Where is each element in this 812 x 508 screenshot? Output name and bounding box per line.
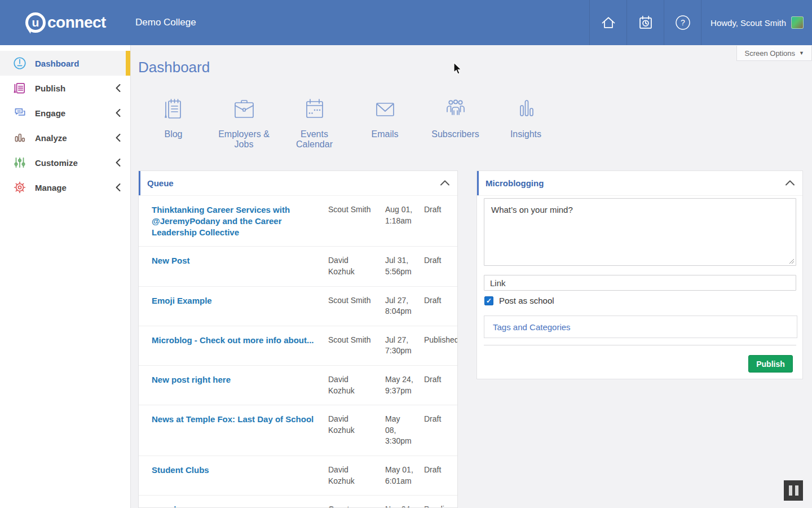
logo-letter: u [32, 16, 39, 28]
uconnect-logo[interactable]: u connect [25, 0, 106, 45]
queue-table: Thinktanking Career Services with @Jerem… [139, 196, 457, 508]
top-header: u connect Demo College [0, 0, 812, 45]
sidebar-item-analyze[interactable]: Analyze [0, 125, 130, 150]
post-author: David Kozhuk [328, 255, 378, 277]
table-row: sample Guest - sample Nov 04, 4:32pm Pen… [139, 496, 457, 508]
link-input[interactable] [484, 275, 796, 291]
collapse-chevron-up-icon[interactable] [440, 179, 450, 186]
post-title-link[interactable]: Emoji Example [152, 295, 321, 306]
logo-text: connect [47, 14, 106, 32]
gear-icon [12, 180, 27, 195]
briefcase-icon [231, 93, 257, 122]
user-menu[interactable]: Howdy, Scout Smith [701, 0, 812, 45]
tags-and-categories-section[interactable]: Tags and Categories [484, 316, 797, 338]
post-title-link[interactable]: Student Clubs [152, 465, 321, 476]
table-row: Emoji Example Scout Smith Jul 27, 8:04pm… [139, 287, 457, 326]
sidebar-item-customize[interactable]: Customize [0, 150, 130, 175]
sidebar-item-label: Dashboard [35, 59, 79, 68]
shortcut-employers-jobs[interactable]: Employers & Jobs [209, 93, 279, 150]
shortcut-blog[interactable]: Blog [138, 93, 209, 150]
post-status: Draft [424, 255, 453, 266]
help-icon: ? [674, 14, 692, 32]
chevron-left-icon [115, 108, 121, 117]
post-date: Jul 27, 7:30pm [385, 335, 417, 357]
collapse-chevron-up-icon[interactable] [785, 179, 795, 186]
sidebar-item-publish[interactable]: Publish [0, 76, 130, 100]
sidebar-item-label: Manage [35, 183, 67, 192]
sidebar-item-label: Customize [35, 158, 78, 168]
shortcut-insights[interactable]: Insights [491, 93, 561, 150]
post-as-school-checkbox[interactable] [484, 296, 493, 305]
shortcut-label: Insights [510, 129, 541, 139]
svg-text:?: ? [681, 18, 685, 27]
post-title-link[interactable]: sample [152, 504, 321, 508]
panel-accent-bar [477, 171, 479, 195]
microblogging-title: Microblogging [486, 178, 544, 188]
avatar [791, 16, 804, 29]
sidebar-item-label: Publish [35, 84, 65, 93]
active-indicator [126, 51, 130, 76]
post-title-link[interactable]: Thinktanking Career Services with @Jerem… [152, 204, 321, 238]
sliders-icon [12, 155, 27, 170]
sidebar-item-label: Analyze [35, 133, 67, 143]
shortcut-label: Events Calendar [296, 129, 333, 150]
home-icon [601, 15, 616, 30]
shortcut-label: Subscribers [431, 129, 479, 139]
shortcut-subscribers[interactable]: Subscribers [420, 93, 491, 150]
chevron-left-icon [115, 133, 121, 142]
post-title-link[interactable]: New Post [152, 255, 321, 266]
help-button[interactable]: ? [664, 0, 701, 45]
table-row: Microblog - Check out more info about...… [139, 326, 457, 366]
pause-icon [789, 485, 792, 496]
header-nav: ? Howdy, Scout Smith [589, 0, 812, 45]
post-as-school-label: Post as school [499, 296, 554, 305]
shortcut-label: Emails [371, 129, 398, 139]
post-author: Scout Smith [328, 335, 378, 346]
notepad-icon [12, 81, 27, 95]
tags-and-categories-label: Tags and Categories [493, 322, 571, 332]
post-author: Scout Smith [328, 295, 378, 306]
chevron-left-icon [115, 158, 121, 167]
caret-down-icon: ▼ [799, 50, 804, 56]
post-title-link[interactable]: New post right here [152, 374, 321, 386]
home-button[interactable] [589, 0, 626, 45]
table-row: Thinktanking Career Services with @Jerem… [139, 196, 457, 247]
post-status: Draft [424, 374, 453, 386]
blog-icon [161, 93, 187, 122]
shortcut-events-calendar[interactable]: Events Calendar [279, 93, 350, 150]
post-date: May 08, 3:30pm [385, 414, 417, 447]
queue-panel-header: Queue [139, 171, 457, 196]
post-date: Nov 04, 4:32pm [385, 504, 417, 508]
post-title-link[interactable]: News at Temple Fox: Last Day of School [152, 414, 321, 425]
post-date: Aug 01, 1:18am [385, 204, 417, 226]
shortcut-label: Blog [164, 129, 182, 139]
screen-options-button[interactable]: Screen Options ▼ [736, 46, 812, 61]
post-title-link[interactable]: Microblog - Check out more info about... [152, 335, 321, 346]
shortcut-label: Employers & Jobs [218, 129, 270, 150]
publish-button[interactable]: Publish [748, 355, 793, 373]
people-icon [443, 93, 469, 122]
sidebar-item-manage[interactable]: Manage [0, 175, 130, 200]
insights-icon [513, 93, 539, 122]
table-row: Student Clubs David Kozhuk May 01, 6:01a… [139, 456, 457, 496]
post-status: Draft [424, 295, 453, 306]
sidebar-item-label: Engage [35, 108, 65, 118]
post-status: Draft [424, 414, 453, 425]
queue-panel: Queue Thinktanking Career Services with … [138, 170, 458, 508]
pause-button[interactable] [784, 480, 803, 501]
sidebar-item-engage[interactable]: Engage [0, 100, 130, 125]
events-button[interactable] [626, 0, 664, 45]
composer-textarea[interactable] [484, 198, 796, 266]
post-date: Jul 27, 8:04pm [385, 295, 417, 317]
dashboard-shortcuts: Blog Employers & Jobs [138, 93, 561, 150]
sidebar-item-dashboard[interactable]: Dashboard [0, 51, 130, 76]
school-name: Demo College [135, 0, 196, 45]
table-row: News at Temple Fox: Last Day of School D… [139, 405, 457, 456]
bar-chart-icon [12, 130, 27, 145]
chevron-left-icon [115, 84, 121, 93]
divider [484, 345, 796, 345]
table-row: New Post David Kozhuk Jul 31, 5:56pm Dra… [139, 247, 457, 286]
sidebar: Dashboard Publish Engage [0, 45, 131, 508]
user-greeting: Howdy, Scout Smith [710, 18, 786, 28]
shortcut-emails[interactable]: Emails [350, 93, 420, 150]
